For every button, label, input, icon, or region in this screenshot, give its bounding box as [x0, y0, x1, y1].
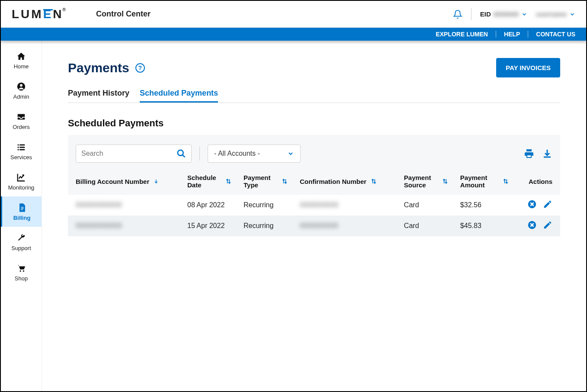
divider: [496, 31, 496, 38]
svg-point-11: [178, 150, 183, 156]
sidebar-item-billing[interactable]: $ Billing: [1, 196, 42, 227]
wrench-icon: [16, 233, 26, 243]
chevron-down-icon: [287, 150, 294, 157]
sidebar-item-orders[interactable]: Orders: [1, 106, 42, 136]
svg-rect-3: [19, 144, 25, 145]
col-confirmation-number[interactable]: Confirmation Number: [294, 170, 398, 195]
svg-rect-6: [18, 149, 19, 150]
username-value: username: [536, 10, 567, 18]
col-actions: Actions: [515, 170, 560, 195]
sidebar-label: Monitoring: [8, 184, 35, 191]
sidebar-label: Home: [14, 63, 29, 70]
cell-billing-account: 000000000000: [68, 215, 181, 236]
cell-payment-type: Recurring: [237, 215, 294, 236]
cell-confirmation-number: 0000000000: [294, 195, 398, 215]
sidebar-item-services[interactable]: Services: [1, 136, 42, 166]
list-icon: [16, 142, 26, 152]
sidebar-item-admin[interactable]: Admin: [1, 75, 42, 106]
divider: [199, 147, 200, 161]
cell-schedule-date: 08 Apr 2022: [181, 195, 237, 215]
svg-point-1: [20, 84, 22, 87]
sort-icon: [371, 178, 377, 184]
svg-line-12: [183, 155, 185, 157]
cell-payment-source: Card: [398, 195, 454, 215]
app-title: Control Center: [96, 10, 151, 19]
svg-rect-2: [18, 144, 19, 145]
svg-rect-13: [527, 155, 531, 157]
chevron-down-icon: [521, 11, 527, 17]
link-contact-us[interactable]: CONTACT US: [536, 31, 575, 38]
search-input-wrapper[interactable]: [76, 145, 192, 163]
cell-payment-type: Recurring: [237, 195, 294, 215]
cancel-payment-icon[interactable]: [527, 220, 537, 230]
sidebar-item-support[interactable]: Support: [1, 227, 42, 257]
svg-text:$: $: [21, 204, 22, 207]
link-help[interactable]: HELP: [504, 31, 520, 38]
help-icon[interactable]: ?: [135, 63, 145, 73]
notification-bell-icon[interactable]: [453, 9, 462, 19]
svg-point-10: [23, 270, 24, 271]
cell-confirmation-number: 0000000000: [294, 215, 398, 236]
scheduled-payments-table: Billing Account Number Schedule Date Pay…: [68, 170, 560, 236]
sidebar-item-shop[interactable]: Shop: [1, 257, 42, 287]
cell-payment-amount: $32.56: [454, 195, 515, 215]
col-payment-type[interactable]: Payment Type: [237, 170, 294, 195]
download-icon[interactable]: [542, 148, 552, 159]
sort-icon: [442, 178, 448, 184]
tab-scheduled-payments[interactable]: Scheduled Payments: [140, 89, 218, 103]
sort-down-icon: [154, 178, 159, 184]
eid-dropdown[interactable]: EID 0000000: [480, 10, 527, 18]
cell-payment-source: Card: [398, 215, 454, 236]
main-content: Payments ? PAY INVOICES Payment History …: [42, 41, 586, 391]
cart-icon: [16, 263, 26, 273]
link-explore-lumen[interactable]: EXPLORE LUMEN: [436, 31, 488, 38]
sort-icon: [503, 178, 509, 184]
col-payment-amount[interactable]: Payment Amount: [454, 170, 515, 195]
divider: [528, 31, 528, 38]
sidebar-label: Billing: [13, 215, 31, 221]
cell-schedule-date: 15 Apr 2022: [181, 215, 237, 236]
user-circle-icon: [16, 81, 26, 92]
col-payment-source[interactable]: Payment Source: [398, 170, 454, 195]
chevron-down-icon: [569, 11, 575, 17]
sidebar: Home Admin Orders Services Monitoring: [1, 41, 42, 391]
scheduled-payments-panel: - All Accounts - Billing Account Number: [68, 135, 560, 236]
sidebar-item-home[interactable]: Home: [1, 45, 42, 75]
sidebar-label: Services: [10, 154, 32, 161]
svg-rect-4: [18, 147, 19, 148]
sidebar-label: Orders: [13, 124, 30, 130]
print-icon[interactable]: [524, 148, 534, 159]
svg-point-9: [20, 270, 21, 271]
sidebar-label: Support: [11, 245, 31, 251]
col-billing-account[interactable]: Billing Account Number: [68, 170, 181, 195]
search-icon[interactable]: [176, 149, 186, 158]
eid-value: 0000000: [494, 10, 519, 18]
tabs: Payment History Scheduled Payments: [68, 89, 560, 103]
sort-icon: [225, 178, 231, 184]
sort-icon: [282, 178, 288, 184]
blue-nav-bar: EXPLORE LUMEN HELP CONTACT US: [1, 28, 586, 41]
cell-billing-account: 000000000000: [68, 195, 181, 215]
sidebar-label: Admin: [13, 93, 29, 100]
billing-icon: $: [17, 202, 27, 213]
sidebar-label: Shop: [15, 275, 28, 282]
section-title: Scheduled Payments: [68, 118, 560, 129]
svg-rect-7: [19, 149, 25, 150]
tab-payment-history[interactable]: Payment History: [68, 89, 129, 103]
top-header: LUMEN® Control Center EID 0000000 userna…: [1, 1, 586, 28]
pay-invoices-button[interactable]: PAY INVOICES: [496, 58, 560, 77]
chart-line-icon: [16, 172, 26, 183]
edit-icon[interactable]: [543, 220, 552, 230]
svg-rect-5: [19, 147, 25, 148]
col-schedule-date[interactable]: Schedule Date: [181, 170, 237, 195]
logo[interactable]: LUMEN®: [12, 7, 66, 21]
cancel-payment-icon[interactable]: [527, 199, 537, 209]
home-icon: [16, 51, 26, 61]
search-input[interactable]: [81, 150, 176, 157]
edit-icon[interactable]: [543, 199, 552, 209]
sidebar-item-monitoring[interactable]: Monitoring: [1, 166, 42, 196]
account-filter-dropdown[interactable]: - All Accounts -: [208, 145, 301, 163]
user-dropdown[interactable]: username: [536, 10, 575, 18]
account-filter-value: - All Accounts -: [214, 150, 260, 157]
table-row: 000000000000 08 Apr 2022 Recurring 00000…: [68, 195, 560, 215]
